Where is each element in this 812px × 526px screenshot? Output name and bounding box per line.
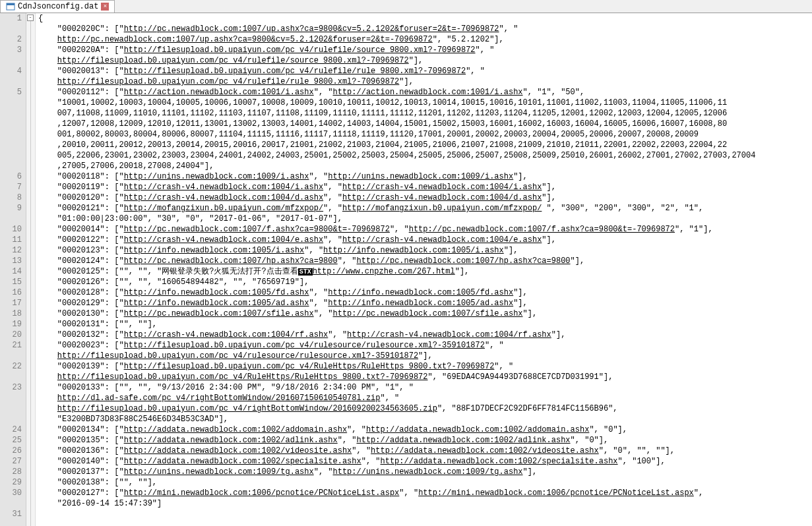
- code-text: "00020123": [": [57, 246, 124, 255]
- code-text: ,20010,20011,20012,20013,20014,20015,200…: [57, 140, 727, 150]
- code-line: "00020134": ["http://addata.newadblock.c…: [38, 424, 812, 435]
- code-text: ", ": [323, 183, 342, 192]
- tab-filename: CdnJsonconfig.dat: [18, 2, 98, 11]
- code-line: "00020013": ["http://filesupload.b0.upai…: [38, 66, 812, 76]
- fold-guide: [30, 21, 31, 526]
- code-text: "],: [513, 288, 528, 297]
- code-text: "00020014": [": [57, 225, 124, 234]
- url-text: http://mini.newadblock.com:1006/pcnotice…: [124, 488, 400, 498]
- url-text: http://crash-v4.newadblock.com:1004/i.as…: [342, 183, 542, 192]
- code-line: "00020137": ["http://unins.newadblock.co…: [38, 467, 812, 477]
- code-text: "00020124": [": [57, 256, 124, 266]
- code-line: "00020131": ["", ""],: [38, 319, 812, 330]
- url-text: http://filesupload.b0.upaiyun.com/pc_v4/…: [57, 56, 409, 65]
- code-text: ", "1", "50",: [523, 88, 585, 97]
- code-line: "00020124": ["http://pc.newadblock.com:1…: [38, 256, 812, 266]
- url-text: http://crash-v4.newadblock.com:1004/i.as…: [124, 183, 323, 192]
- code-line: "00020126": ["", "", "160654894482", "",…: [38, 277, 812, 287]
- url-text: http://unins.newadblock.com:1009/tg.ashx: [124, 467, 314, 477]
- code-line: "00020119": ["http://crash-v4.newadblock…: [38, 182, 812, 192]
- code-text: "00020013": [": [57, 67, 124, 76]
- url-text: http://info.newadblock.com:1005/ad.ashx: [124, 299, 309, 308]
- url-text: http://mofangzixun.b0.upaiyun.com/mfzxpo…: [342, 204, 542, 213]
- code-text: "],: [409, 56, 423, 65]
- url-text: http://crash-v4.newadblock.com:1004/d.as…: [124, 193, 323, 202]
- url-text: http://unins.newadblock.com:1009/i.ashx: [124, 172, 309, 181]
- file-tab[interactable]: CdnJsonconfig.dat ×: [0, 0, 115, 13]
- code-text: "],: [542, 235, 556, 245]
- code-text: "00020139": [": [57, 362, 124, 371]
- code-line: "00020023": ["http://filesupload.b0.upai…: [38, 340, 812, 351]
- url-text: http://addata.newadblock.com:1002/specia…: [124, 457, 361, 466]
- code-line: "00020120": ["http://crash-v4.newadblock…: [38, 192, 812, 203]
- code-text: "],: [523, 309, 538, 318]
- url-text: http://addata.newadblock.com:1002/specia…: [381, 457, 618, 466]
- code-text: "00020125": ["", "", "网银登录失败?火狐无法打开?点击查看: [57, 267, 298, 276]
- code-line: ,12007,12008,12009,12010,12011,13001,130…: [38, 119, 812, 129]
- code-line: http://filesupload.b0.upaiyun.com/pc_v4/…: [38, 351, 812, 361]
- code-line: "2016-09-14 15:47:39"]: [38, 498, 812, 509]
- code-line: "01:00:00|23:00:00", "30", "0", "2017-01…: [38, 214, 812, 224]
- url-text: http://filesupload.b0.upaiyun.com/pc_v4/…: [124, 67, 466, 76]
- code-text: ", ": [485, 341, 504, 350]
- code-text: "00020134": [": [57, 425, 124, 434]
- code-text: ", "0"],: [589, 425, 627, 434]
- code-text: ,27005,27006,20018,27008,24004"],: [57, 161, 214, 171]
- url-text: http://filesupload.b0.upaiyun.com/pc_v4/…: [57, 372, 428, 382]
- url-text: http://mofangzixun.b0.upaiyun.com/mfzxpo…: [124, 204, 323, 213]
- code-text: "],: [523, 467, 538, 477]
- code-text: ", ": [494, 362, 513, 371]
- code-line: "00020133": ["", "", "9/13/2016 2:34:00 …: [38, 382, 812, 393]
- code-content[interactable]: { "0002020C": ["http://pc.newadblock.com…: [36, 13, 812, 526]
- code-line: http://filesupload.b0.upaiyun.com/pc_v4/…: [38, 372, 812, 382]
- code-text: "00020127": [": [57, 488, 124, 498]
- code-line: 005,22006,23001,23002,23003,23004,24001,…: [38, 150, 812, 161]
- url-text: http://pc.newadblock.com:1007/hp.ashx?ca…: [124, 256, 338, 266]
- code-line: "00020121": ["http://mofangzixun.b0.upai…: [38, 203, 812, 214]
- code-text: ", ": [338, 256, 357, 266]
- url-text: http://info.newadblock.com:1005/ad.ashx: [328, 299, 513, 308]
- code-text: ", ": [328, 330, 347, 339]
- code-text: ", "300", "200", "300", "2", "1",: [542, 204, 703, 213]
- code-text: "00020133": ["", "", "9/13/2016 2:34:00 …: [57, 383, 414, 392]
- url-text: http://action.newadblock.com:1001/i.ashx: [124, 88, 314, 97]
- svg-rect-1: [7, 3, 15, 5]
- code-text: "00020118": [": [57, 172, 124, 181]
- close-icon[interactable]: ×: [101, 3, 109, 11]
- code-text: "],: [455, 267, 470, 276]
- code-text: "00020135": [": [57, 436, 124, 445]
- code-line: 007,11008,11009,11010,11101,11102,11103,…: [38, 108, 812, 119]
- url-text: http://filesupload.b0.upaiyun.com/pc_v4/…: [57, 351, 418, 361]
- code-text: "00020136": [": [57, 446, 124, 455]
- code-text: ", ": [352, 446, 371, 455]
- url-text: http://action.newadblock.com:1001/i.ashx: [333, 88, 523, 97]
- url-text: http://filesupload.b0.upaiyun.com/pc_v4/…: [57, 77, 399, 86]
- code-text: ", ": [499, 24, 518, 34]
- code-line: "00020136": ["http://addata.newadblock.c…: [38, 446, 812, 456]
- url-text: http://addata.newadblock.com:1002/addoma…: [124, 425, 347, 434]
- url-text: http://filesupload.b0.upaiyun.com/pc_v4/…: [124, 341, 485, 350]
- tab-bar: CdnJsonconfig.dat ×: [0, 0, 812, 13]
- code-text: ", ": [381, 394, 400, 403]
- code-text: "00020122": [": [57, 235, 124, 245]
- code-line: [38, 509, 812, 519]
- code-text: ", "100"],: [618, 457, 666, 466]
- url-text: http://crash-v4.newadblock.com:1004/e.as…: [342, 235, 542, 245]
- url-text: http://pc.newadblock.com:1007/up.ashx?ca…: [124, 24, 499, 34]
- fold-toggle[interactable]: -: [27, 15, 34, 21]
- code-text: "],: [542, 183, 556, 192]
- code-text: ", ": [323, 193, 342, 202]
- url-text: http://filesupload.b0.upaiyun.com/pc_v4/…: [57, 404, 437, 413]
- code-text: ", ": [399, 488, 418, 498]
- code-text: "],: [504, 246, 518, 255]
- url-text: http://dl.ad-safe.com/pc_v4/rightBottomW…: [57, 394, 381, 403]
- code-text: "0002020C": [": [57, 24, 124, 34]
- url-text: http://info.newadblock.com:1005/fd.ashx: [124, 288, 309, 297]
- code-line: http://pc.newadblock.com:1007/up.ashx?ca…: [38, 34, 812, 45]
- code-text: "00020131": ["", ""],: [57, 320, 157, 329]
- code-line: "00020129": ["http://info.newadblock.com…: [38, 298, 812, 308]
- code-text: ", "0", "", ""],: [599, 446, 675, 455]
- url-text: http://info.newadblock.com:1005/fd.ashx: [328, 288, 513, 297]
- code-text: ", ": [361, 457, 381, 466]
- code-text: "00020132": [": [57, 330, 124, 339]
